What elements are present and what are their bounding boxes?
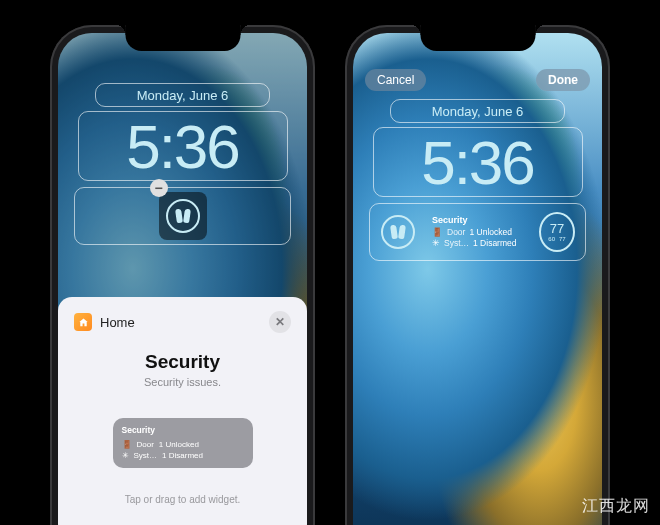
notch: [125, 25, 240, 51]
preview-row-0-status: 1 Unlocked: [159, 439, 199, 450]
system-icon: ✳: [122, 450, 129, 461]
home-app-icon: [74, 313, 92, 331]
widget-security[interactable]: Security 🚪 Door 1 Unlocked ✳ Syst… 1 Dis…: [426, 208, 529, 256]
preview-row-0: 🚪 Door 1 Unlocked: [122, 439, 244, 450]
sheet-app-name: Home: [100, 315, 135, 330]
system-icon: ✳: [432, 238, 440, 249]
sheet-title: Security: [74, 351, 291, 373]
time-container[interactable]: 5:36: [373, 127, 583, 197]
preview-title: Security: [122, 425, 244, 437]
security-row-1-status: 1 Disarmed: [473, 238, 516, 249]
preview-row-1-status: 1 Disarmed: [162, 450, 203, 461]
door-icon: 🚪: [432, 227, 443, 238]
watermark: 江西龙网: [582, 496, 650, 517]
preview-row-1-label: Syst…: [134, 450, 158, 461]
widget-row-filled[interactable]: Security 🚪 Door 1 Unlocked ✳ Syst… 1 Dis…: [369, 203, 586, 261]
weather-temp: 77: [550, 222, 564, 235]
airpods-icon: [381, 215, 415, 249]
security-widget-text: Security 🚪 Door 1 Unlocked ✳ Syst… 1 Dis…: [432, 215, 517, 250]
sheet-subtitle: Security issues.: [74, 376, 291, 388]
done-button[interactable]: Done: [536, 69, 590, 91]
time-text: 5:36: [421, 127, 534, 198]
screen-right: Cancel Done Monday, June 6 5:36 Security: [353, 33, 602, 525]
widget-weather[interactable]: 77 60 77: [533, 208, 581, 256]
widget-preview-security[interactable]: Security 🚪 Door 1 Unlocked ✳ Syst… 1 Dis…: [113, 418, 253, 468]
weather-low: 60: [548, 236, 555, 242]
security-row-1-label: Syst…: [444, 238, 469, 249]
widget-airpods[interactable]: [374, 208, 422, 256]
sheet-header: Home ✕: [74, 311, 291, 333]
remove-widget-button[interactable]: −: [150, 179, 168, 197]
time-container[interactable]: 5:36: [78, 111, 288, 181]
sheet-app-label: Home: [74, 313, 135, 331]
preview-row-0-label: Door: [137, 439, 154, 450]
weather-high: 77: [559, 236, 566, 242]
time-text: 5:36: [126, 111, 239, 182]
screen-left: Monday, June 6 5:36 − Home ✕: [58, 33, 307, 525]
phone-left: Monday, June 6 5:36 − Home ✕: [50, 25, 315, 525]
widget-row-editing[interactable]: −: [74, 187, 291, 245]
security-row-0-label: Door: [447, 227, 465, 238]
door-icon: 🚪: [122, 439, 132, 450]
lockscreen-content: Monday, June 6 5:36 −: [58, 33, 307, 245]
sheet-hint: Tap or drag to add widget.: [74, 494, 291, 505]
date-text: Monday, June 6: [432, 104, 524, 119]
date-container[interactable]: Monday, June 6: [95, 83, 270, 107]
airpods-icon: [166, 199, 200, 233]
security-row-0-status: 1 Unlocked: [469, 227, 512, 238]
cancel-button[interactable]: Cancel: [365, 69, 426, 91]
close-sheet-button[interactable]: ✕: [269, 311, 291, 333]
done-label: Done: [548, 73, 578, 87]
edit-mode-buttons: Cancel Done: [365, 69, 590, 91]
widget-airpods[interactable]: [159, 192, 207, 240]
notch: [420, 25, 535, 51]
weather-range: 60 77: [548, 236, 565, 242]
security-row-1: ✳ Syst… 1 Disarmed: [432, 238, 517, 249]
widget-picker-sheet: Home ✕ Security Security issues. Securit…: [58, 297, 307, 525]
date-text: Monday, June 6: [137, 88, 229, 103]
preview-row-1: ✳ Syst… 1 Disarmed: [122, 450, 244, 461]
lockscreen-content: Monday, June 6 5:36 Security 🚪 Door 1 Un…: [353, 33, 602, 261]
security-row-0: 🚪 Door 1 Unlocked: [432, 227, 517, 238]
security-title: Security: [432, 215, 517, 227]
phone-right: Cancel Done Monday, June 6 5:36 Security: [345, 25, 610, 525]
weather-icon: 77 60 77: [539, 212, 575, 252]
date-container[interactable]: Monday, June 6: [390, 99, 565, 123]
cancel-label: Cancel: [377, 73, 414, 87]
